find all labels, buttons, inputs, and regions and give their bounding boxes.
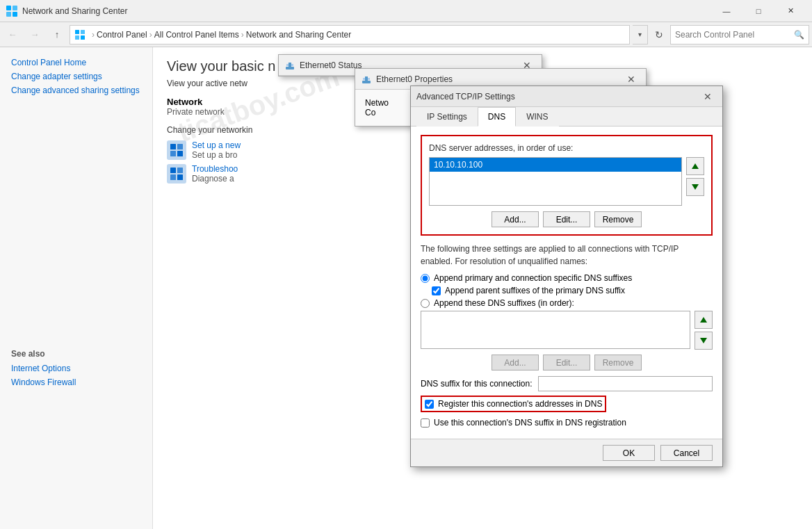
path-part-2[interactable]: All Control Panel Items [154, 30, 239, 40]
svg-rect-2 [6, 12, 11, 17]
register-label: Register this connection's addresses in … [438, 399, 602, 409]
sidebar-link-adapter[interactable]: Change adapter settings [0, 70, 152, 83]
svg-rect-3 [13, 12, 17, 17]
dns-server-row: 10.10.10.100 [429, 157, 704, 209]
window-controls: — □ ✕ [710, 0, 806, 22]
dns-buttons: Add... Edit... Remove [429, 211, 704, 227]
suffix-edit-button[interactable]: Edit... [543, 355, 590, 371]
svg-rect-7 [81, 35, 85, 40]
path-separator-3: › [241, 30, 244, 40]
svg-rect-19 [291, 64, 293, 66]
tab-bar: IP Settings DNS WINS [411, 107, 722, 127]
troubleshoot-link[interactable]: Troubleshoo [192, 164, 238, 174]
app-icon [6, 5, 18, 17]
search-input[interactable] [675, 30, 791, 40]
dns-suffix-list-area [421, 311, 690, 352]
dns-list-area: 10.10.10.100 [429, 157, 682, 209]
ethernet-props-title: Ethernet0 Properties [376, 74, 622, 84]
forward-button[interactable]: → [25, 25, 44, 44]
setup-new-link[interactable]: Set up a new [192, 140, 241, 150]
svg-marker-24 [692, 163, 699, 169]
dns-listbox-item-empty [430, 172, 681, 176]
address-bar: ← → ↑ › Control Panel › All Control Pane… [0, 22, 812, 47]
dns-suffix-input[interactable] [538, 376, 713, 391]
refresh-button[interactable]: ↻ [651, 25, 667, 44]
use-suffix-checkbox[interactable] [421, 418, 430, 428]
svg-rect-4 [75, 30, 79, 34]
advanced-dialog: Advanced TCP/IP Settings ✕ IP Settings D… [410, 86, 723, 467]
sidebar-link-internet-options[interactable]: Internet Options [0, 361, 152, 375]
radio-append-primary-label: Append primary and connection specific D… [434, 273, 632, 283]
svg-rect-1 [13, 6, 17, 10]
svg-rect-10 [170, 151, 176, 156]
cancel-button[interactable]: Cancel [660, 445, 713, 461]
svg-rect-6 [75, 35, 79, 40]
dns-add-button[interactable]: Add... [492, 211, 539, 227]
tab-dns[interactable]: DNS [478, 107, 516, 127]
maximize-button[interactable]: □ [742, 0, 774, 22]
radio-append-primary-input[interactable] [421, 274, 430, 283]
dns-suffix-row [421, 311, 713, 352]
search-box[interactable]: 🔍 [670, 25, 809, 44]
svg-rect-17 [289, 63, 291, 67]
dns-suffix-connection-row: DNS suffix for this connection: [421, 376, 713, 391]
bottom-buttons: OK Cancel [411, 439, 722, 466]
see-also-label: See also [0, 341, 152, 361]
sidebar-link-advanced-sharing[interactable]: Change advanced sharing settings [0, 83, 152, 97]
checkbox-append-parent-input[interactable] [432, 286, 441, 295]
dns-suffix-section: Add... Edit... Remove [421, 311, 713, 371]
dns-suffix-listbox[interactable] [421, 311, 690, 349]
tab-ip-settings[interactable]: IP Settings [416, 107, 478, 127]
path-part-3[interactable]: Network and Sharing Center [246, 30, 351, 40]
content-area: ticatboy.com View your basic n View your… [153, 47, 812, 529]
svg-marker-25 [692, 184, 699, 190]
dns-listbox-item-0[interactable]: 10.10.10.100 [430, 158, 681, 172]
tab-wins[interactable]: WINS [516, 107, 558, 127]
radio-append-suffixes-label: Append these DNS suffixes (in order): [434, 298, 574, 308]
svg-rect-12 [170, 168, 176, 173]
close-button[interactable]: ✕ [774, 0, 806, 22]
sidebar-link-home[interactable]: Control Panel Home [0, 56, 152, 70]
suffix-buttons: Add... Edit... Remove [421, 355, 713, 371]
suffix-remove-button[interactable]: Remove [594, 355, 642, 371]
use-suffix-option: Use this connection's DNS suffix in DNS … [421, 418, 713, 428]
svg-rect-13 [177, 168, 183, 173]
search-icon: 🔍 [794, 30, 804, 40]
address-dropdown[interactable]: ▾ [633, 25, 648, 44]
dns-edit-button[interactable]: Edit... [543, 211, 590, 227]
sidebar-link-windows-firewall[interactable]: Windows Firewall [0, 375, 152, 389]
svg-rect-0 [6, 6, 11, 10]
register-row: Register this connection's addresses in … [421, 396, 606, 412]
ok-button[interactable]: OK [603, 445, 655, 461]
dns-suffix-connection-label: DNS suffix for this connection: [421, 379, 533, 389]
path-part-1[interactable]: Control Panel [97, 30, 147, 40]
svg-marker-27 [700, 338, 707, 343]
svg-rect-18 [286, 64, 289, 66]
svg-rect-15 [177, 174, 183, 180]
setup-bro-label: Set up a bro [192, 150, 237, 160]
suffix-up-button[interactable] [695, 311, 713, 329]
checkbox-append-parent-label: Append parent suffixes of the primary DN… [445, 286, 625, 295]
radio-append-suffixes: Append these DNS suffixes (in order): [421, 298, 713, 308]
radio-append-suffixes-input[interactable] [421, 299, 430, 308]
diagnose-label: Diagnose a [192, 174, 234, 184]
dns-listbox[interactable]: 10.10.10.100 [429, 157, 682, 206]
dns-remove-button[interactable]: Remove [594, 211, 642, 227]
svg-rect-21 [365, 76, 368, 81]
minimize-button[interactable]: — [710, 0, 742, 22]
svg-rect-20 [362, 81, 371, 83]
suffix-down-button[interactable] [695, 332, 713, 350]
dns-server-section: DNS server addresses, in order of use: 1… [421, 135, 713, 236]
dns-arrows [686, 157, 704, 196]
advanced-close[interactable]: ✕ [699, 88, 717, 106]
dns-down-button[interactable] [686, 178, 704, 196]
back-button[interactable]: ← [3, 25, 22, 44]
address-path[interactable]: › Control Panel › All Control Panel Item… [70, 25, 630, 44]
advanced-content: DNS server addresses, in order of use: 1… [411, 127, 722, 439]
svg-rect-14 [170, 174, 176, 180]
svg-rect-23 [368, 78, 370, 80]
register-checkbox[interactable] [425, 400, 434, 409]
up-button[interactable]: ↑ [47, 25, 67, 44]
suffix-add-button[interactable]: Add... [492, 355, 539, 371]
dns-up-button[interactable] [686, 157, 704, 175]
